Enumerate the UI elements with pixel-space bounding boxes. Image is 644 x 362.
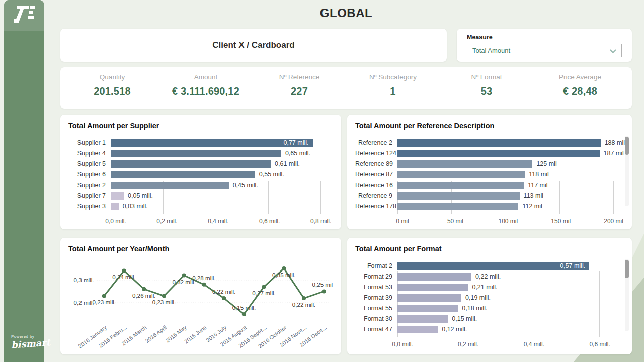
value-label: 0,15 mill. bbox=[452, 315, 477, 323]
data-point-2016-october[interactable] bbox=[282, 266, 286, 270]
axis-tick-label: 50 mil bbox=[447, 218, 463, 225]
category-label-format-55: Format 55 bbox=[355, 303, 392, 314]
category-label-reference-87: Reference 87 bbox=[355, 169, 392, 180]
data-point-2016-may[interactable] bbox=[182, 274, 186, 278]
bar-row: 125 mil bbox=[397, 160, 618, 168]
measure-selected-value: Total Amount bbox=[472, 47, 510, 54]
bar-supplier-2[interactable] bbox=[111, 182, 229, 189]
category-label-supplier-7: Supplier 7 bbox=[68, 191, 106, 201]
category-label-supplier-1: Supplier 1 bbox=[68, 138, 106, 148]
bar-format-29[interactable] bbox=[397, 273, 471, 281]
bar-supplier-4[interactable] bbox=[111, 150, 281, 157]
chevron-down-icon bbox=[610, 46, 616, 55]
data-point-2016-march[interactable] bbox=[142, 287, 146, 291]
x-axis-label: 2016 April bbox=[144, 324, 168, 344]
value-label: 0,35 mill. bbox=[272, 272, 295, 278]
brand-logo: bismart bbox=[11, 337, 50, 350]
x-axis-label: 2016 June bbox=[183, 324, 208, 344]
value-label: 0,57 mill. bbox=[560, 262, 585, 270]
kpi-value: 201.518 bbox=[65, 85, 159, 97]
scrollbar-thumb[interactable] bbox=[625, 137, 629, 155]
bar-row: 112 mil bbox=[397, 203, 618, 210]
kpi-value: 1 bbox=[346, 85, 440, 97]
bar-reference-9[interactable] bbox=[397, 192, 520, 200]
value-label: 188 mil bbox=[605, 139, 625, 147]
bar-row: 0,21 mill. bbox=[397, 284, 618, 291]
seven-bars-logo-icon bbox=[14, 6, 35, 26]
kpi-label: Nº Format bbox=[440, 73, 533, 81]
value-label: 0,26 mill. bbox=[132, 293, 155, 299]
axis-tick-label: 0 mil bbox=[396, 218, 409, 225]
bar-row: 0,22 mill. bbox=[397, 273, 618, 281]
bar-row: 118 mil bbox=[397, 171, 618, 178]
data-point-2016-august[interactable] bbox=[242, 312, 246, 316]
bar-row: 188 mil bbox=[397, 139, 618, 147]
kpi-label: Price Average bbox=[533, 73, 627, 81]
scrollbar-thumb[interactable] bbox=[625, 260, 629, 278]
bar-reference-87[interactable] bbox=[397, 171, 525, 178]
bar-reference-2[interactable] bbox=[397, 139, 601, 147]
bar-reference-178[interactable] bbox=[397, 203, 518, 210]
bar-format-55[interactable] bbox=[397, 305, 458, 312]
category-label-supplier-3: Supplier 3 bbox=[68, 201, 106, 212]
bar-supplier-5[interactable] bbox=[111, 160, 271, 168]
data-point-2016-febru[interactable] bbox=[122, 268, 126, 273]
bar-reference-89[interactable] bbox=[397, 160, 532, 168]
bar-format-30[interactable] bbox=[397, 315, 448, 323]
category-label-supplier-6: Supplier 6 bbox=[68, 169, 106, 180]
bar-format-53[interactable] bbox=[397, 284, 468, 291]
bar-row: 0,65 mill. bbox=[111, 150, 331, 157]
data-point-2016-july[interactable] bbox=[222, 296, 226, 300]
client-card-label: Client X / Cardboard bbox=[212, 40, 294, 50]
category-label-reference-16: Reference 16 bbox=[355, 180, 392, 191]
kpi-label: Amount bbox=[159, 73, 253, 81]
value-label: 0,22 mill. bbox=[292, 302, 315, 308]
value-label: 0,15 mill. bbox=[232, 305, 256, 311]
value-label: 0,21 mill. bbox=[472, 284, 497, 291]
bar-row: 0,19 mill. bbox=[397, 294, 618, 302]
sidebar: Powered by bismart bbox=[4, 0, 44, 362]
bar-format-39[interactable] bbox=[397, 294, 461, 302]
bar-reference-124[interactable] bbox=[397, 150, 600, 157]
category-label-format-29: Format 29 bbox=[355, 272, 392, 282]
bar-row: 0,12 mill. bbox=[397, 326, 618, 333]
value-label: 0,28 mill. bbox=[192, 275, 215, 281]
value-label: 0,19 mill. bbox=[465, 294, 491, 302]
value-label: 0,23 mill. bbox=[93, 300, 116, 306]
supplier-bar-chart: Supplier 1Supplier 4Supplier 5Supplier 6… bbox=[68, 138, 331, 227]
bar-row: 0,61 mill. bbox=[111, 160, 331, 168]
data-point-2016-nove[interactable] bbox=[302, 296, 306, 300]
value-label: 113 mil bbox=[524, 192, 543, 200]
category-label-reference-178: Reference 178 bbox=[355, 201, 392, 212]
bar-row: 0,05 mill. bbox=[111, 192, 331, 200]
measure-dropdown[interactable]: Total Amount bbox=[467, 44, 622, 57]
measure-label: Measure bbox=[467, 34, 622, 41]
data-point-2016-january[interactable] bbox=[102, 294, 106, 298]
value-label: 0,23 mill. bbox=[152, 300, 176, 306]
bar-row: 117 mil bbox=[397, 182, 618, 189]
data-point-2016-dece[interactable] bbox=[322, 289, 326, 293]
kpi-card: Quantity201.518Amount€ 3.111.690,12Nº Re… bbox=[60, 67, 632, 109]
axis-tick-label: 0,2 mill. bbox=[458, 341, 478, 348]
value-label: 0,03 mill. bbox=[123, 203, 148, 210]
bar-supplier-6[interactable] bbox=[111, 171, 255, 178]
axis-tick-label: 0,0 mill. bbox=[392, 341, 413, 348]
bar-format-47[interactable] bbox=[397, 326, 438, 333]
data-point-2016-septe[interactable] bbox=[262, 285, 266, 289]
bar-supplier-7[interactable] bbox=[111, 192, 124, 200]
bar-supplier-3[interactable] bbox=[111, 203, 119, 210]
scrollbar-track[interactable] bbox=[625, 136, 629, 206]
value-label: 118 mil bbox=[529, 171, 548, 178]
bar-format-2[interactable]: 0,57 mill. bbox=[397, 262, 589, 270]
reference-bar-chart: Reference 2Reference 124Reference 89Refe… bbox=[355, 138, 618, 227]
value-label: 0,77 mill. bbox=[283, 139, 308, 147]
scrollbar-track[interactable] bbox=[625, 259, 629, 331]
bar-supplier-1[interactable]: 0,77 mill. bbox=[111, 139, 313, 147]
data-point-2016-june[interactable] bbox=[202, 283, 206, 287]
bar-row: 0,15 mill. bbox=[397, 315, 618, 323]
kpi-label: Nº Reference bbox=[253, 73, 346, 81]
value-label: 0,27 mill. bbox=[252, 290, 275, 296]
category-label-format-47: Format 47 bbox=[355, 324, 392, 335]
data-point-2016-april[interactable] bbox=[162, 294, 166, 298]
bar-reference-16[interactable] bbox=[397, 182, 524, 189]
